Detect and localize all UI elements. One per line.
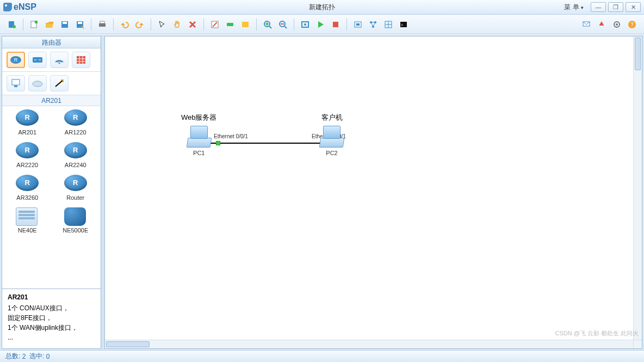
pc-icon xyxy=(187,126,211,148)
svg-rect-7 xyxy=(78,22,82,24)
svg-rect-32 xyxy=(33,57,42,63)
sidebar-subheader: AR201 xyxy=(2,95,101,106)
main-area: 路由器 R AR201 AR201 AR1220 AR2220 AR2240 A… xyxy=(0,34,644,350)
cat-cloud[interactable] xyxy=(28,75,47,91)
cat-pc[interactable] xyxy=(7,75,25,91)
ethernet-link[interactable] xyxy=(206,143,333,144)
app-name: eNSP xyxy=(14,2,36,12)
info-line-4: ... xyxy=(8,333,95,342)
zoom-in-button[interactable] xyxy=(261,18,274,31)
svg-point-37 xyxy=(33,81,42,87)
note-button[interactable] xyxy=(239,18,252,31)
titlebar: eNSP 新建拓扑 菜 单 ▾ — ❐ ✕ xyxy=(0,0,644,15)
logo-icon xyxy=(3,3,12,11)
pointer-button[interactable] xyxy=(156,18,169,31)
statusbar: 总数: 2 选中: 0 xyxy=(0,350,644,362)
svg-point-16 xyxy=(304,23,306,26)
svg-point-33 xyxy=(59,63,60,64)
svg-rect-35 xyxy=(12,79,20,85)
message-button[interactable] xyxy=(580,18,593,31)
cat-link[interactable] xyxy=(50,75,69,91)
info-line-2: 固定8FE接口， xyxy=(8,313,95,323)
redo-button[interactable] xyxy=(133,18,146,31)
stop-button[interactable] xyxy=(329,18,342,31)
maximize-button[interactable]: ❐ xyxy=(608,2,623,12)
svg-point-27 xyxy=(616,23,618,26)
device-ne5000e[interactable]: NE5000E xyxy=(53,207,99,234)
device-ar201[interactable]: AR201 xyxy=(4,109,51,136)
cli-button[interactable] xyxy=(397,18,410,31)
fit-button[interactable] xyxy=(299,18,312,31)
node-pc2-label: PC2 xyxy=(326,150,337,156)
vertical-scrollbar[interactable] xyxy=(633,36,642,340)
port-label-pc1: Ethernet 0/0/1 xyxy=(214,133,248,139)
capture-button[interactable] xyxy=(351,18,364,31)
node-pc1-title: Web服务器 xyxy=(181,113,217,122)
category-row-2 xyxy=(2,72,101,95)
pc-icon xyxy=(320,126,344,148)
brush-button[interactable] xyxy=(208,18,221,31)
info-line-3: 1个 WAN侧uplink接口， xyxy=(8,323,95,333)
svg-rect-34 xyxy=(77,56,85,64)
device-ar2240[interactable]: AR2240 xyxy=(53,142,99,168)
node-pc1-label: PC1 xyxy=(193,150,205,156)
node-pc2-title: 客户机 xyxy=(321,113,343,122)
new-topo-button[interactable] xyxy=(5,18,18,31)
settings-button[interactable] xyxy=(610,18,623,31)
node-pc1[interactable]: Web服务器 PC1 xyxy=(181,113,217,156)
saveas-button[interactable] xyxy=(73,18,86,31)
app-logo: eNSP xyxy=(3,2,36,12)
delete-button[interactable] xyxy=(186,18,199,31)
canvas-wrap: Ethernet 0/0/1 Ethernet 0/0/1 Web服务器 PC1… xyxy=(104,36,642,349)
cat-firewall[interactable] xyxy=(72,52,90,68)
close-button[interactable]: ✕ xyxy=(626,2,641,12)
svg-rect-12 xyxy=(242,22,249,27)
svg-rect-19 xyxy=(356,23,360,26)
pan-button[interactable] xyxy=(171,18,184,31)
new-button[interactable] xyxy=(28,18,41,31)
device-ne40e[interactable]: NE40E xyxy=(4,207,51,234)
start-button[interactable] xyxy=(314,18,327,31)
scroll-corner xyxy=(633,340,642,348)
save-button[interactable] xyxy=(58,18,71,31)
topology-canvas[interactable]: Ethernet 0/0/1 Ethernet 0/0/1 Web服务器 PC1… xyxy=(105,36,642,348)
cat-switch[interactable] xyxy=(28,52,47,68)
text-button[interactable] xyxy=(224,18,237,31)
svg-rect-9 xyxy=(100,21,104,23)
undo-button[interactable] xyxy=(118,18,131,31)
device-ar2220[interactable]: AR2220 xyxy=(4,142,51,168)
watermark: CSDN @飞 云影 都处生 此间火 xyxy=(555,329,639,338)
zoom-out-button[interactable] xyxy=(276,18,289,31)
print-button[interactable] xyxy=(96,18,109,31)
status-total-value: 2 xyxy=(22,353,26,360)
category-row-1: R xyxy=(2,48,101,72)
svg-point-1 xyxy=(13,25,16,28)
status-total-label: 总数: xyxy=(5,352,20,361)
menu-button[interactable]: 菜 单 ▾ xyxy=(559,1,589,14)
minimize-button[interactable]: — xyxy=(591,2,606,12)
cat-wlan[interactable] xyxy=(50,52,69,68)
svg-rect-17 xyxy=(333,22,338,27)
svg-rect-3 xyxy=(35,21,38,23)
svg-rect-24 xyxy=(400,22,407,27)
layout-button[interactable] xyxy=(367,18,380,31)
horizontal-scrollbar[interactable] xyxy=(105,340,633,348)
window-title: 新建拓扑 xyxy=(309,3,335,12)
cat-router[interactable]: R xyxy=(7,52,25,68)
device-ar3260[interactable]: AR3260 xyxy=(4,175,51,201)
sidebar: 路由器 R AR201 AR201 AR1220 AR2220 AR2240 A… xyxy=(2,36,101,349)
toolbar: ? xyxy=(0,15,644,34)
device-info-box: AR201 1个 CON/AUX接口， 固定8FE接口， 1个 WAN侧upli… xyxy=(2,289,101,348)
svg-rect-11 xyxy=(227,23,233,26)
device-router[interactable]: Router xyxy=(53,175,99,201)
info-title: AR201 xyxy=(8,293,95,301)
open-button[interactable] xyxy=(43,18,56,31)
device-ar1220[interactable]: AR1220 xyxy=(53,109,99,136)
status-sel-value: 0 xyxy=(46,353,50,360)
node-pc2[interactable]: 客户机 PC2 xyxy=(320,113,344,156)
huawei-button[interactable] xyxy=(595,18,608,31)
grid-button[interactable] xyxy=(382,18,395,31)
help-button[interactable]: ? xyxy=(626,18,639,31)
info-line-1: 1个 CON/AUX接口， xyxy=(8,303,95,313)
device-list[interactable]: AR201 AR1220 AR2220 AR2240 AR3260 Router… xyxy=(2,106,101,289)
